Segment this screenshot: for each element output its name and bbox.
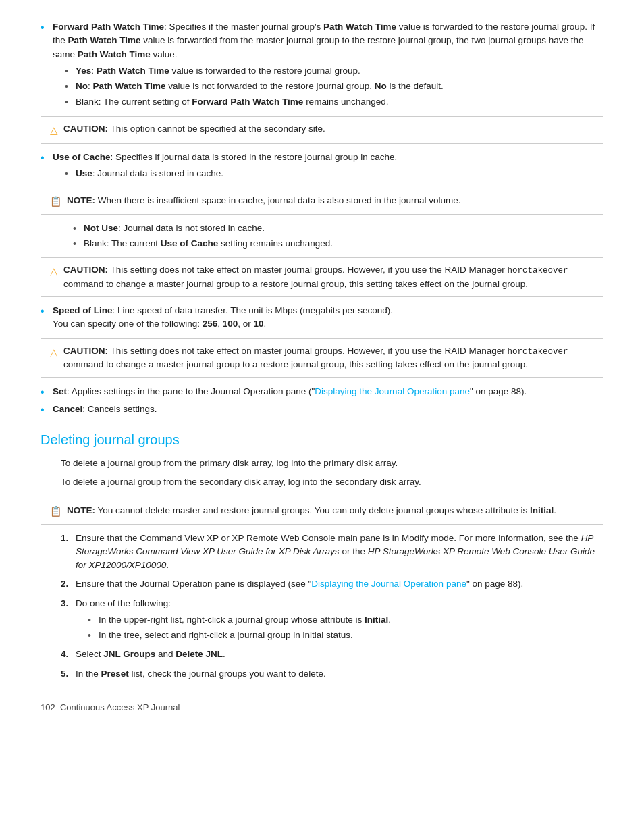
step-3-sub-list: In the upper-right list, right-click a j… [88,613,603,643]
sub-item-no: No: Path Watch Time value is not forward… [65,80,603,93]
use-of-cache-label: Use of Cache: Specifies if journal data … [53,152,397,162]
set-cancel-list: Set: Applies settings in the pane to the… [41,385,603,417]
set-item: Set: Applies settings in the pane to the… [41,385,603,398]
use-of-cache-item: Use of Cache: Specifies if journal data … [41,151,603,181]
note-text-2: NOTE: You cannot delete master and resto… [67,504,556,517]
step-3: Do one of the following: In the upper-ri… [61,597,603,643]
note-box-1: 📋 NOTE: When there is insufficient space… [41,188,603,215]
intro-para-2: To delete a journal group from the secon… [61,475,603,489]
caution-icon-1: △ [50,123,58,138]
journal-operation-link-1[interactable]: Displaying the Journal Operation pane [315,386,470,396]
caution-text-1: CAUTION: This option cannot be specified… [63,122,325,136]
steps-block: Ensure that the Command View XP or XP Re… [61,531,603,681]
sub-item-blank-cache: Blank: The current Use of Cache setting … [73,237,603,251]
caution-icon-2: △ [50,264,58,280]
forward-path-sub-list: Yes: Path Watch Time value is forwarded … [65,64,603,109]
section-intro-block: To delete a journal group from the prima… [61,457,603,490]
use-of-cache-sub-list: Use: Journal data is stored in cache. [65,167,603,180]
steps-list: Ensure that the Command View XP or XP Re… [61,531,603,681]
forward-path-watch-time-item: Forward Path Watch Time: Specifies if th… [41,20,603,109]
sub-item-not-use: Not Use: Journal data is not stored in c… [73,221,603,235]
sub-item-use: Use: Journal data is stored in cache. [65,167,603,180]
speed-of-line-list: Speed of Line: Line speed of data transf… [41,304,603,332]
note-text-1: NOTE: When there is insufficient space i… [67,194,461,207]
step-3-sub-2: In the tree, select and right-click a jo… [88,629,603,642]
main-bullet-list: Forward Path Watch Time: Specifies if th… [41,20,603,109]
caution-text-2: CAUTION: This setting does not take effe… [63,263,594,291]
use-of-cache-cont-list: Not Use: Journal data is not stored in c… [73,221,603,251]
intro-para-1: To delete a journal group from the prima… [61,457,603,470]
caution-box-1: △ CAUTION: This option cannot be specifi… [41,116,603,145]
step-5: In the Preset list, check the journal gr… [61,667,603,681]
sub-item-blank-forward: Blank: The current setting of Forward Pa… [65,95,603,109]
sub-item-yes: Yes: Path Watch Time value is forwarded … [65,64,603,78]
caution-icon-3: △ [50,345,58,361]
caution-box-2: △ CAUTION: This setting does not take ef… [41,257,603,297]
caution-box-3: △ CAUTION: This setting does not take ef… [41,338,603,378]
speed-of-line-text: Speed of Line: Line speed of data transf… [53,305,393,329]
page-number: 102 [41,702,55,712]
use-of-cache-list: Use of Cache: Specifies if journal data … [41,151,603,181]
journal-operation-link-2[interactable]: Displaying the Journal Operation pane [311,579,466,589]
speed-of-line-item: Speed of Line: Line speed of data transf… [41,304,603,332]
step-3-sub-1: In the upper-right list, right-click a j… [88,613,603,627]
caution-text-3: CAUTION: This setting does not take effe… [63,344,594,372]
section-heading-deleting: Deleting journal groups [41,429,603,450]
step-4: Select JNL Groups and Delete JNL. [61,648,603,661]
note-icon-2: 📋 [50,504,61,519]
step-1: Ensure that the Command View XP or XP Re… [61,531,603,573]
footer-title: Continuous Access XP Journal [60,702,180,712]
forward-path-label: Forward Path Watch Time: Specifies if th… [53,22,595,59]
step-2: Ensure that the Journal Operation pane i… [61,577,603,591]
note-icon-1: 📋 [50,194,61,209]
note-box-2: 📋 NOTE: You cannot delete master and res… [41,498,603,525]
page-footer: 102 Continuous Access XP Journal [41,701,603,714]
cancel-item: Cancel: Cancels settings. [41,402,603,416]
